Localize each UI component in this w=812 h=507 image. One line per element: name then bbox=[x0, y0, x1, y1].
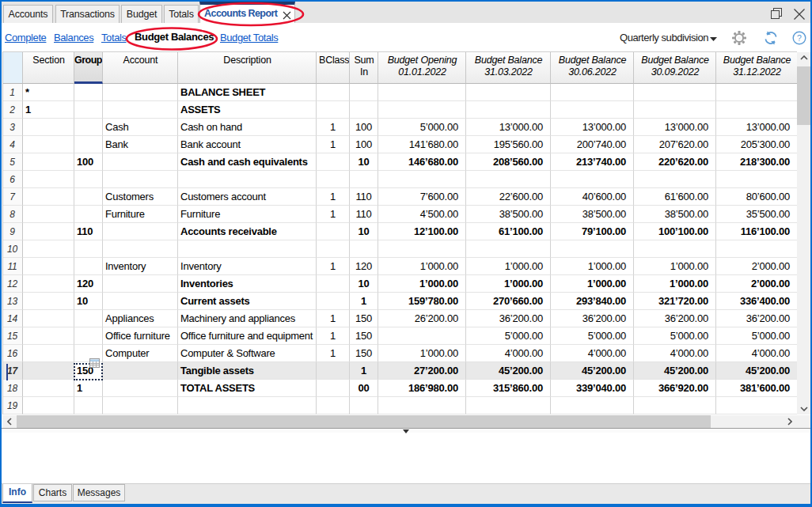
svg-text:?: ? bbox=[797, 33, 802, 43]
